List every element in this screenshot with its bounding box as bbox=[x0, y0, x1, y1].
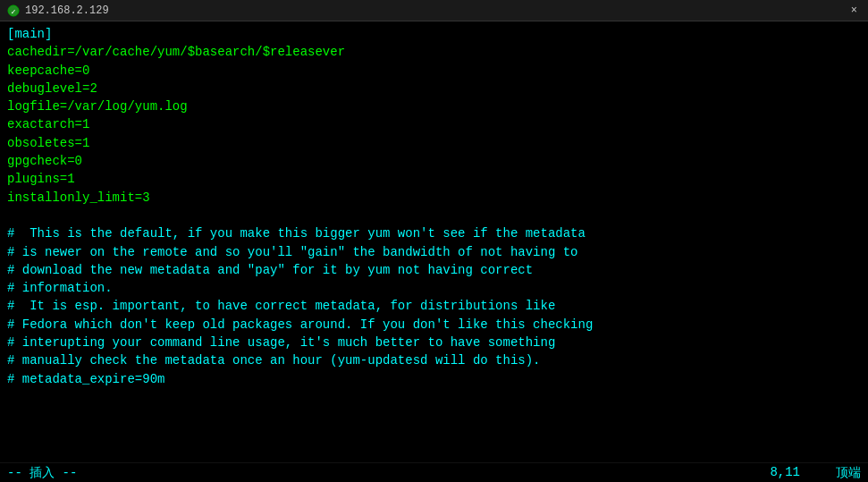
editor-line: [main] bbox=[7, 25, 861, 43]
editor-line: # is newer on the remote and so you'll "… bbox=[7, 243, 861, 261]
cursor-position: 8,11 bbox=[770, 465, 800, 481]
terminal-icon: ✓ bbox=[7, 4, 20, 17]
status-right: 8,11 顶端 bbox=[770, 465, 861, 481]
editor-line: # download the new metadata and "pay" fo… bbox=[7, 261, 861, 279]
title-bar-text: 192.168.2.129 bbox=[25, 4, 847, 17]
editor-line: exactarch=1 bbox=[7, 115, 861, 133]
editor-line bbox=[7, 207, 861, 224]
editor-line: debuglevel=2 bbox=[7, 80, 861, 97]
editor-line: # This is the default, if you make this … bbox=[7, 224, 861, 242]
editor-line: obsoletes=1 bbox=[7, 134, 861, 152]
editor-line: plugins=1 bbox=[7, 170, 861, 188]
editor-line: # interupting your command line usage, i… bbox=[7, 334, 861, 351]
editor-line: logfile=/var/log/yum.log bbox=[7, 97, 861, 115]
editor-line: gpgcheck=0 bbox=[7, 152, 861, 170]
editor-line: # information. bbox=[7, 279, 861, 297]
editor-line: installonly_limit=3 bbox=[7, 189, 861, 207]
editor-line: # manually check the metadata once an ho… bbox=[7, 351, 861, 369]
editor-area[interactable]: [main]cachedir=/var/cache/yum/$basearch/… bbox=[0, 21, 868, 462]
title-bar: ✓ 192.168.2.129 × bbox=[0, 0, 868, 21]
editor-line: # It is esp. important, to have correct … bbox=[7, 297, 861, 315]
close-button[interactable]: × bbox=[847, 4, 861, 17]
editor-line: # metadata_expire=90m bbox=[7, 370, 861, 388]
status-bar: -- 插入 -- 8,11 顶端 bbox=[0, 462, 868, 482]
mode-indicator: -- 插入 -- bbox=[7, 465, 77, 481]
editor-line: cachedir=/var/cache/yum/$basearch/$relea… bbox=[7, 43, 861, 61]
svg-text:✓: ✓ bbox=[11, 8, 15, 17]
editor-line: keepcache=0 bbox=[7, 62, 861, 80]
scroll-position: 顶端 bbox=[836, 465, 861, 481]
editor-line: # Fedora which don't keep old packages a… bbox=[7, 316, 861, 334]
